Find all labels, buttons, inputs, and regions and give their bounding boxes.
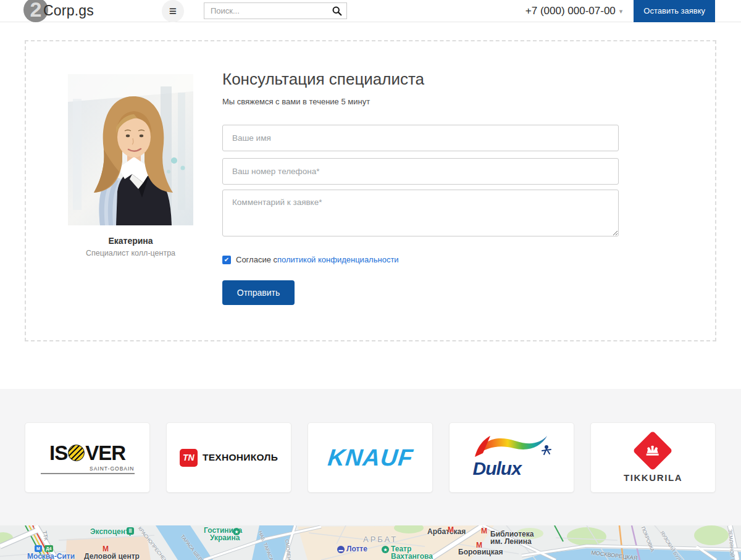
partner-card-knauf[interactable]: KNAUF: [308, 422, 433, 493]
comment-textarea[interactable]: [222, 190, 619, 236]
metro-icon: М: [481, 527, 487, 535]
specialist-name: Екатерина: [68, 236, 193, 246]
partner-card-tehnonikol[interactable]: TN ТЕХНОНИКОЛЬ: [166, 422, 291, 493]
specialist-role: Специалист колл-центра: [62, 249, 199, 257]
partner-card-isover[interactable]: IS VER SAINT-GOBAIN: [25, 422, 150, 493]
phone-text: +7 (000) 000-07-00: [525, 5, 616, 17]
search-icon[interactable]: [332, 6, 342, 16]
site-logo[interactable]: 2 Corp.gs: [23, 0, 94, 22]
metro-icon: М: [476, 541, 482, 550]
dulux-text: Dulux: [473, 458, 521, 479]
map-poi-icon: ★: [233, 528, 240, 535]
privacy-policy-link[interactable]: политикой конфиденциальности: [277, 255, 399, 264]
metro-icon: М: [448, 525, 454, 534]
isover-logo: IS VER SAINT-GOBAIN: [41, 441, 135, 474]
partner-card-tikkurila[interactable]: TIKKURILA: [590, 422, 716, 493]
specialist-photo: [68, 74, 193, 225]
metro-icon: М: [103, 545, 109, 553]
logo-text: Corp.gs: [43, 2, 94, 19]
page: 2 Corp.gs ≡ +7 (000) 000-07-00 ▾ Оставит…: [0, 0, 741, 560]
isover-text-left: IS: [49, 441, 67, 465]
isover-o-icon: [68, 445, 85, 461]
partner-card-dulux[interactable]: Dulux: [449, 422, 574, 493]
hamburger-icon: ≡: [169, 4, 177, 19]
tikkurila-text: TIKKURILA: [624, 472, 682, 483]
hamburger-menu-button[interactable]: ≡: [162, 0, 184, 22]
phone-input[interactable]: [222, 158, 619, 185]
map-poi-icon: Д4: [44, 545, 53, 552]
map-label: Арбатская: [427, 528, 466, 536]
consultation-section: Екатерина Специалист колл-центра Консуль…: [25, 40, 716, 341]
map-poi-icon: М: [35, 545, 42, 552]
isover-subtext: SAINT-GOBAIN: [41, 466, 135, 474]
partners-section: IS VER SAINT-GOBAIN TN ТЕХНОНИКОЛЬ KNAUF: [0, 389, 741, 525]
tikkurila-diamond-icon: [633, 430, 673, 470]
tehnonikol-logo: TN ТЕХНОНИКОЛЬ: [180, 449, 278, 467]
leave-request-button[interactable]: Оставить заявку: [634, 0, 715, 22]
tn-badge-icon: TN: [180, 449, 198, 467]
map-label: Москва-Сити: [27, 553, 75, 560]
tikkurila-logo: TIKKURILA: [624, 433, 682, 483]
search-input[interactable]: [204, 2, 347, 19]
dulux-logo: Dulux: [472, 431, 552, 484]
map[interactable]: ЭкспоцентрГостиницаУкраинаМосква-СитиДел…: [0, 525, 741, 560]
consent-checkbox[interactable]: ✔: [222, 256, 231, 264]
map-poi-icon: Ⅲ: [127, 527, 134, 535]
map-poi-icon: ★: [382, 546, 389, 553]
map-label: Деловой центр: [84, 553, 140, 560]
map-label: Вахтангова: [391, 553, 433, 560]
form-title: Консультация специалиста: [222, 70, 424, 89]
name-input[interactable]: [222, 125, 619, 151]
submit-button[interactable]: Отправить: [222, 280, 295, 305]
map-poi-icon: ▬: [337, 546, 345, 553]
search-box: [204, 2, 347, 19]
map-label: им. Ленина: [490, 538, 532, 546]
consent-text: Согласие с: [236, 255, 277, 264]
partner-cards: IS VER SAINT-GOBAIN TN ТЕХНОНИКОЛЬ KNAUF: [25, 422, 716, 493]
map-label: АРБАТ: [363, 535, 398, 544]
phone-number[interactable]: +7 (000) 000-07-00 ▾: [525, 5, 623, 17]
header-right: +7 (000) 000-07-00 ▾ Оставить заявку: [525, 0, 741, 22]
form-subtitle: Мы свяжемся с вами в течение 5 минут: [222, 97, 370, 106]
header: 2 Corp.gs ≡ +7 (000) 000-07-00 ▾ Оставит…: [0, 0, 741, 22]
map-label: Лотте: [346, 545, 367, 553]
map-label: ТТК: [41, 530, 49, 541]
knauf-logo: KNAUF: [326, 445, 414, 471]
chevron-down-icon: ▾: [619, 7, 623, 15]
isover-text-right: VER: [85, 441, 125, 465]
consent-row: ✔ Согласие с политикой конфиденциальност…: [222, 255, 399, 264]
tehnonikol-text: ТЕХНОНИКОЛЬ: [203, 452, 278, 463]
